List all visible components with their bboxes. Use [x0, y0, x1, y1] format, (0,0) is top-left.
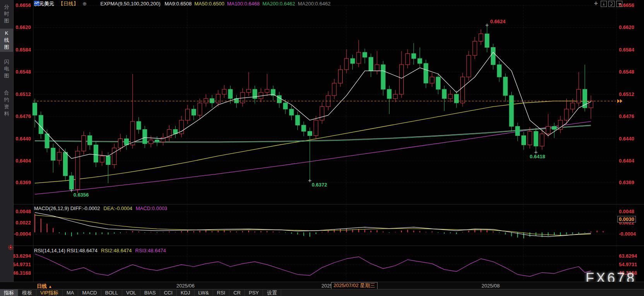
status-bar: 日线 ▲ 2025/062025/072025/08 2025/07/02 星期…: [0, 282, 644, 289]
indicator-value: DEA:-0.0004: [104, 205, 132, 211]
toolbar-tab-BIAS[interactable]: BIAS: [140, 289, 160, 296]
candle-body: [350, 58, 355, 63]
ma-value: MA200:0.6462: [262, 1, 295, 7]
candle-body: [63, 152, 68, 176]
indicator-value: RSI3:48.6474: [135, 248, 166, 253]
extreme-price-annotation: 0.6372: [312, 182, 327, 188]
candle-body: [186, 109, 190, 120]
rsi-axis-label-right: 54.9731: [619, 262, 637, 267]
sidebar-item-2[interactable]: K 线 图: [0, 29, 13, 52]
indicator-value: RSI(14,14,14) RSI1:48.6474: [34, 248, 97, 253]
candle-body: [216, 94, 220, 103]
indicator-value: MACD:0.0003: [136, 205, 167, 211]
price-axis-label-right: 0.6369: [619, 180, 634, 185]
x-axis-month-label: 2025/06: [176, 283, 195, 289]
time-axis-tool-icon[interactable]: ⤸: [608, 1, 615, 7]
x-axis-month-label: 2025/08: [482, 283, 500, 289]
macd-header[interactable]: MACD(26,12,9) DIFF:-0.0002DEA:-0.0004MAC…: [34, 205, 171, 211]
toolbar-tab-RSI[interactable]: RSI: [213, 289, 230, 296]
chevron-up-icon: ▲: [48, 284, 52, 289]
candle-body: [130, 121, 135, 145]
period-tag[interactable]: 【日线】: [58, 1, 79, 7]
candle-body: [137, 121, 141, 130]
price-axis-label-right: 0.6440: [619, 136, 634, 142]
candle-body: [387, 89, 391, 99]
candle-body: [112, 148, 116, 164]
candle-body: [589, 101, 593, 108]
candle-body: [100, 156, 104, 162]
candle-body: [210, 99, 214, 103]
candle-body: [33, 103, 37, 115]
candle-body: [491, 48, 495, 65]
compare-icon[interactable]: ⊕: [82, 1, 87, 7]
toolbar-tab-PSY[interactable]: PSY: [245, 289, 263, 296]
candle-body: [45, 134, 49, 148]
candle-body: [363, 52, 367, 57]
candle-body: [94, 145, 98, 163]
macd-dea-line: [35, 215, 591, 235]
candle-body: [191, 109, 196, 115]
price-axis-label-right: 0.6620: [619, 24, 634, 30]
toolbar-tab-LW&[interactable]: LW&: [195, 289, 213, 296]
rsi-line: [35, 254, 591, 276]
candle-body: [546, 127, 550, 134]
pane-expand-tool-icon[interactable]: ⇥: [616, 1, 622, 7]
ma-value: MA9:0.6508: [164, 1, 191, 7]
candle-body: [571, 103, 575, 109]
toolbar-tab-设置[interactable]: 设置: [263, 289, 281, 296]
candle-body: [314, 120, 318, 136]
price-axis-label-right: 0.6476: [619, 113, 634, 119]
sidebar-item-4[interactable]: 合 约 资 料: [0, 88, 13, 118]
candle-body: [51, 148, 55, 160]
indicator-marker-icon[interactable]: [8, 245, 13, 250]
candle-body: [265, 89, 269, 92]
candle-body: [466, 55, 471, 77]
rsi-header[interactable]: RSI(14,14,14) RSI1:48.6474RSI2:48.6474RS…: [34, 248, 169, 253]
candle-body: [332, 83, 337, 96]
macd-axis-label-right: 0.0048: [619, 209, 634, 214]
candle-body: [540, 134, 544, 146]
candle-body: [369, 57, 373, 71]
toolbar-tab-MA[interactable]: MA: [63, 289, 79, 296]
sidebar-item-3[interactable]: 闪 电 图: [0, 57, 13, 80]
candle-body: [381, 65, 385, 89]
indicator-name[interactable]: EXPMA(9,50,100,200,200): [100, 1, 160, 7]
toolbar-tab-BOLL[interactable]: BOLL: [101, 289, 122, 296]
candle-body: [583, 89, 587, 108]
toolbar-tab-VOL[interactable]: VOL: [122, 289, 140, 296]
candle-body: [125, 139, 129, 145]
candle-body: [344, 58, 348, 70]
toolbar-tab-MACD[interactable]: MACD: [78, 289, 101, 296]
sidebar-item-1[interactable]: 分 时 图: [0, 2, 13, 26]
chart-tools: ✛⤓⤸⇥: [593, 1, 622, 7]
rsi-axis-label-right: 63.6294: [619, 253, 637, 259]
price-axis-label-right: 0.6512: [619, 91, 634, 97]
toolbar-tab-KDJ[interactable]: KDJ: [177, 289, 195, 296]
bottom-toolbar: 指标模板VIP指标MAMACDBOLLVOLBIASCCIKDJLW&RSICR…: [0, 289, 644, 296]
toolbar-tab-模板[interactable]: 模板: [18, 289, 36, 296]
sidebar: 分 时 图K 线 图闪 电 图合 约 资 料: [0, 0, 14, 282]
candle-body: [454, 94, 459, 103]
candle-body: [473, 41, 477, 56]
candle-body: [222, 89, 226, 94]
candle-body: [198, 103, 202, 115]
extreme-price-annotation: 0.6356: [73, 192, 89, 198]
candle-body: [503, 77, 507, 96]
price-axis-label-right: 0.6548: [619, 69, 634, 75]
crosshair-tool-icon[interactable]: ✛: [593, 1, 599, 7]
price-axis-tool-icon[interactable]: ⤓: [601, 1, 607, 7]
candle-body: [204, 99, 208, 103]
toolbar-tab-CR[interactable]: CR: [229, 289, 245, 296]
candle-body: [485, 34, 489, 47]
toolbar-tab-指标[interactable]: 指标: [0, 289, 18, 296]
candle-body: [289, 109, 294, 115]
candle-body: [253, 89, 257, 99]
candle-body: [479, 34, 483, 41]
candle-body: [338, 70, 343, 83]
toolbar-tab-VIP指标[interactable]: VIP指标: [36, 289, 63, 296]
toolbar-tab-CCI[interactable]: CCI: [160, 289, 177, 296]
ma-value: MA50:0.6500: [195, 1, 224, 7]
candle-body: [558, 120, 562, 130]
candle-body: [442, 89, 446, 99]
extreme-price-annotation: 0.6418: [530, 154, 545, 159]
